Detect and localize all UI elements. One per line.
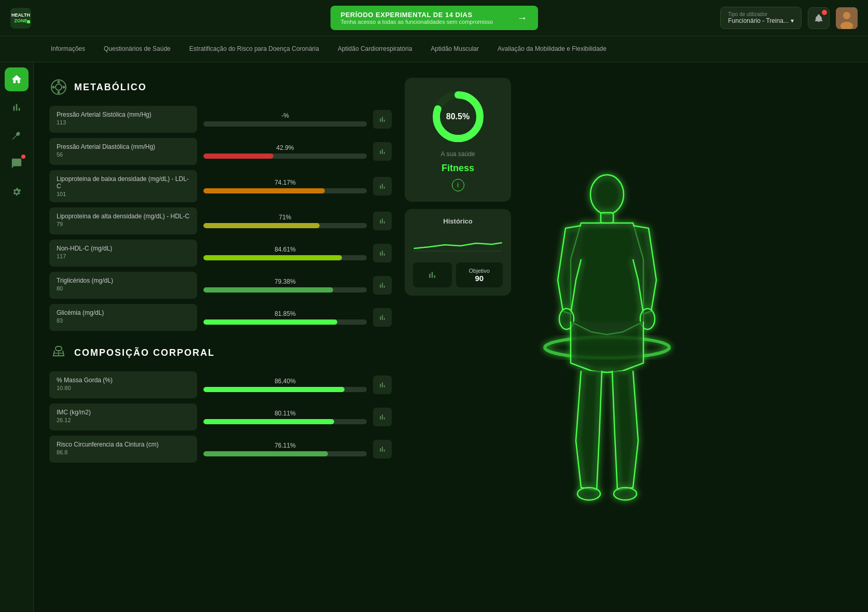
promo-arrow: → xyxy=(517,12,528,24)
metric-label-box: % Massa Gorda (%) 10.80 xyxy=(49,371,197,398)
bar-track xyxy=(203,188,367,193)
sidebar-item-tools[interactable] xyxy=(5,123,29,147)
sidebar-item-settings[interactable] xyxy=(5,179,29,203)
logo: HEALTH ZONE xyxy=(10,8,52,29)
metric-bar-area: 81.85% xyxy=(203,310,367,325)
bar-fill xyxy=(203,188,325,193)
metric-chart-button[interactable] xyxy=(373,276,392,295)
info-button[interactable]: i xyxy=(452,179,464,191)
body-figure-panel xyxy=(524,78,690,596)
metric-label-box: Lipoproteina de alta densidade (mg/dL) -… xyxy=(49,207,197,234)
metric-bar-area: 76.11% xyxy=(203,442,367,456)
metric-value: 56 xyxy=(57,151,190,158)
metabolic-title: METABÓLICO xyxy=(74,82,147,93)
metric-chart-button[interactable] xyxy=(373,308,392,327)
metric-value: 26.12 xyxy=(57,417,190,423)
metric-bar-area: -% xyxy=(203,112,367,127)
metric-label-box: Risco Circunferencia da Cintura (cm) 86.… xyxy=(49,436,197,463)
health-score-value: 80.5% xyxy=(446,112,470,121)
body-comp-title: COMPOSIÇÃO CORPORAL xyxy=(74,347,215,358)
svg-point-20 xyxy=(590,175,624,214)
metric-chart-button[interactable] xyxy=(373,142,392,161)
metric-pct: -% xyxy=(203,112,367,119)
metric-chart-button[interactable] xyxy=(373,440,392,458)
metric-chart-button[interactable] xyxy=(373,212,392,230)
avatar[interactable] xyxy=(836,7,858,29)
user-type-selector[interactable]: Tipo de utilizador Funcionário - Treina.… xyxy=(720,7,802,29)
metric-value: 117 xyxy=(57,253,190,259)
metric-chart-button[interactable] xyxy=(373,110,392,129)
bar-fill xyxy=(203,387,345,392)
promo-text: PERÍODO EXPERIMENTAL DE 14 DIAS Tenha ac… xyxy=(341,11,493,25)
bar-fill xyxy=(203,419,334,424)
metric-value: 86.8 xyxy=(57,449,190,455)
body-figure-svg xyxy=(529,156,685,519)
body-comp-metrics: % Massa Gorda (%) 10.80 86,40% IMC (kg/m… xyxy=(49,371,392,463)
obj-chart-button[interactable] xyxy=(413,262,452,287)
svg-text:ZONE: ZONE xyxy=(14,18,27,23)
sidebar-item-home[interactable] xyxy=(5,67,29,91)
promo-subtitle: Tenha acesso a todas as funcionalidades … xyxy=(341,19,493,25)
bar-fill xyxy=(203,154,273,159)
tab-avaliacao-mobilidade[interactable]: Avaliação da Mobilidade e Flexibilidade xyxy=(488,36,616,62)
history-title: Histórico xyxy=(413,217,503,225)
metric-row: Glicémia (mg/dL) 83 81.85% xyxy=(49,304,392,331)
metabolic-section-header: METABÓLICO xyxy=(49,78,392,96)
notification-bell-button[interactable] xyxy=(808,7,830,29)
tab-aptidao-cardio[interactable]: Aptidão Cardiorrespiratória xyxy=(328,36,421,62)
objective-number: 90 xyxy=(475,274,484,283)
svg-point-10 xyxy=(58,91,60,94)
metric-chart-button[interactable] xyxy=(373,375,392,394)
metric-label-box: Lipoproteina de baixa densidade (mg/dL) … xyxy=(49,170,197,202)
metric-row: Lipoproteina de alta densidade (mg/dL) -… xyxy=(49,207,392,234)
promo-title: PERÍODO EXPERIMENTAL DE 14 DIAS xyxy=(341,11,493,19)
bar-fill xyxy=(203,287,333,293)
bar-track xyxy=(203,287,367,293)
metric-value: 80 xyxy=(57,285,190,291)
sidebar-item-messages[interactable] xyxy=(5,151,29,175)
tab-aptidao-muscular[interactable]: Aptidão Muscular xyxy=(421,36,488,62)
left-panel: METABÓLICO Pressão Arterial Sistólica (m… xyxy=(49,78,392,596)
header-right: Tipo de utilizador Funcionário - Treina.… xyxy=(720,7,858,29)
chevron-icon: ▾ xyxy=(791,17,794,24)
history-chart xyxy=(413,230,503,256)
metric-chart-button[interactable] xyxy=(373,408,392,426)
user-type-label: Tipo de utilizador xyxy=(728,11,794,17)
metabolic-metrics: Pressão Arterial Sistólica (mm/Hg) 113 -… xyxy=(49,106,392,331)
metric-row: Lipoproteina de baixa densidade (mg/dL) … xyxy=(49,170,392,202)
bar-track xyxy=(203,387,367,392)
svg-point-9 xyxy=(58,81,60,84)
metric-bar-area: 74.17% xyxy=(203,179,367,193)
metabolic-icon xyxy=(49,78,68,96)
metric-row: Risco Circunferencia da Cintura (cm) 86.… xyxy=(49,436,392,463)
metric-pct: 74.17% xyxy=(203,179,367,186)
metric-name: Pressão Arterial Diastólica (mm/Hg) xyxy=(57,143,190,150)
metric-chart-button[interactable] xyxy=(373,177,392,196)
metric-label-box: Triglicéridos (mg/dL) 80 xyxy=(49,272,197,299)
metric-name: Non-HDL-C (mg/dL) xyxy=(57,245,190,252)
bar-fill xyxy=(203,255,342,260)
tab-informacoes[interactable]: Informações xyxy=(42,36,94,62)
tab-estratificacao[interactable]: Estratificação do Risco para Doença Coro… xyxy=(180,36,328,62)
bar-track xyxy=(203,255,367,260)
metric-value: 10.80 xyxy=(57,385,190,391)
notification-badge xyxy=(822,10,827,15)
promo-banner[interactable]: PERÍODO EXPERIMENTAL DE 14 DIAS Tenha ac… xyxy=(330,6,538,30)
svg-text:HEALTH: HEALTH xyxy=(11,12,30,18)
metric-name: Risco Circunferencia da Cintura (cm) xyxy=(57,441,190,448)
nav-tabs: Informações Questionários de Saúde Estra… xyxy=(0,36,868,62)
bar-fill xyxy=(203,223,320,228)
metric-pct: 71% xyxy=(203,214,367,221)
svg-point-11 xyxy=(52,86,55,89)
metric-row: Pressão Arterial Diastólica (mm/Hg) 56 4… xyxy=(49,138,392,165)
body-comp-section-header: COMPOSIÇÃO CORPORAL xyxy=(49,343,392,362)
metric-value: 113 xyxy=(57,119,190,126)
top-header: HEALTH ZONE PERÍODO EXPERIMENTAL DE 14 D… xyxy=(0,0,868,36)
metric-label-box: IMC (kg/m2) 26.12 xyxy=(49,404,197,430)
sidebar-item-charts[interactable] xyxy=(5,95,29,119)
svg-rect-13 xyxy=(56,346,62,351)
metric-chart-button[interactable] xyxy=(373,244,392,262)
health-status: Fitness xyxy=(442,163,474,174)
tab-questionarios[interactable]: Questionários de Saúde xyxy=(94,36,180,62)
metric-name: Lipoproteina de alta densidade (mg/dL) -… xyxy=(57,213,190,220)
